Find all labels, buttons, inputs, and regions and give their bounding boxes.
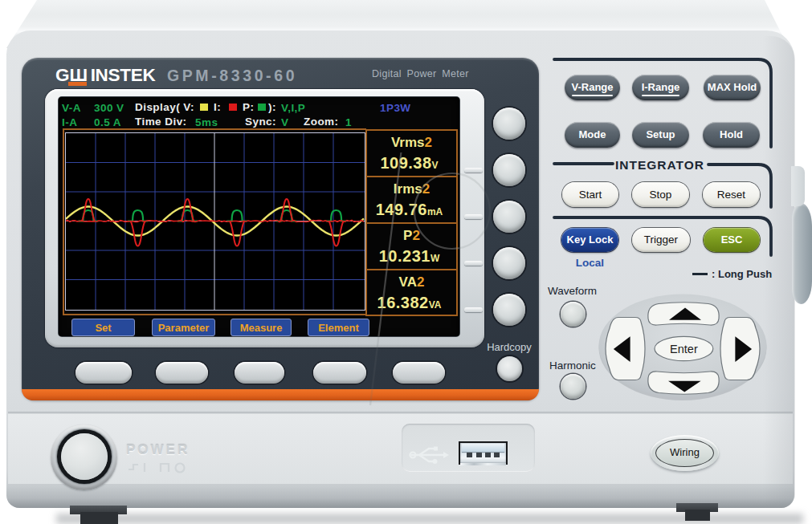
- svg-text:Enter: Enter: [670, 343, 698, 355]
